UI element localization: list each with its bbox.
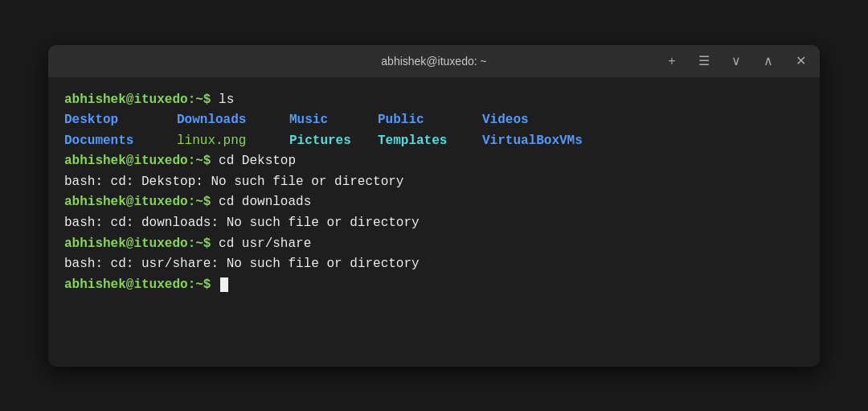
ls-item-public: Public [378,110,482,131]
error-line-8: bash: cd: usr/share: No such file or dir… [64,254,804,275]
ls-item-linuxpng: linux.png [177,131,289,152]
cmd-9 [211,277,219,292]
prompt-9: abhishek@ituxedo:~$ [64,277,211,292]
ls-item-virtualboxvms: VirtualBoxVMs [482,131,611,152]
cmd-3: cd Dekstop [211,154,296,168]
terminal-window: abhishek@ituxedo: ~ + ☰ ∨ ∧ ✕ abhishek@i… [48,45,820,367]
ls-item-templates: Templates [378,131,482,152]
chevron-up-button[interactable]: ∧ [759,51,778,71]
error-line-4: bash: cd: Dekstop: No such file or direc… [64,172,804,193]
cursor [220,277,228,292]
prompt-1: abhishek@ituxedo:~$ [64,92,211,107]
ls-item-music: Music [289,110,378,131]
ls-item-videos: Videos [482,110,611,131]
command-line-1: abhishek@ituxedo:~$ ls [64,90,804,111]
ls-output: Desktop Downloads Music Public Videos Do… [64,110,804,151]
chevron-down-button[interactable]: ∨ [727,51,746,71]
menu-button[interactable]: ☰ [694,51,714,71]
window-title: abhishek@ituxedo: ~ [381,55,486,68]
prompt-7: abhishek@ituxedo:~$ [64,236,211,251]
prompt-3: abhishek@ituxedo:~$ [64,154,211,168]
ls-item-desktop: Desktop [64,110,177,131]
command-line-5: abhishek@ituxedo:~$ cd downloads [64,192,804,213]
command-line-9: abhishek@ituxedo:~$ [64,275,804,296]
terminal-body[interactable]: abhishek@ituxedo:~$ ls Desktop Downloads… [48,77,820,367]
new-tab-button[interactable]: + [662,51,682,71]
cmd-5: cd downloads [211,195,311,209]
prompt-5: abhishek@ituxedo:~$ [64,195,211,209]
cmd-7: cd usr/share [211,236,311,251]
error-line-6: bash: cd: downloads: No such file or dir… [64,213,804,234]
close-button[interactable]: ✕ [791,51,810,71]
ls-item-pictures: Pictures [289,131,378,152]
ls-item-downloads: Downloads [177,110,289,131]
command-line-7: abhishek@ituxedo:~$ cd usr/share [64,234,804,255]
cmd-1: ls [211,92,234,107]
titlebar-controls: + ☰ ∨ ∧ ✕ [662,51,810,71]
ls-item-documents: Documents [64,131,177,152]
titlebar: abhishek@ituxedo: ~ + ☰ ∨ ∧ ✕ [48,45,820,77]
command-line-3: abhishek@ituxedo:~$ cd Dekstop [64,151,804,172]
